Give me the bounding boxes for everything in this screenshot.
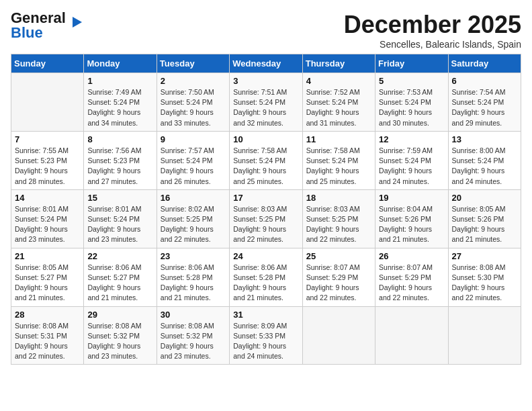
day-info: Sunrise: 7:56 AMSunset: 5:23 PMDaylight:… [87,146,152,187]
day-info: Sunrise: 8:06 AMSunset: 5:27 PMDaylight:… [87,263,152,304]
calendar-cell: 1Sunrise: 7:49 AMSunset: 5:24 PMDaylight… [84,73,157,132]
calendar-cell [448,306,521,365]
day-number: 31 [233,310,298,320]
day-info: Sunrise: 8:07 AMSunset: 5:29 PMDaylight:… [306,263,371,304]
calendar-cell: 19Sunrise: 8:04 AMSunset: 5:26 PMDayligh… [375,189,448,248]
day-info: Sunrise: 8:04 AMSunset: 5:26 PMDaylight:… [379,204,444,245]
calendar-header-row: SundayMondayTuesdayWednesdayThursdayFrid… [11,54,521,73]
day-number: 6 [452,76,517,86]
day-info: Sunrise: 7:55 AMSunset: 5:23 PMDaylight:… [15,146,80,187]
day-number: 30 [161,310,226,320]
calendar-cell: 5Sunrise: 7:53 AMSunset: 5:24 PMDaylight… [375,73,448,132]
calendar-cell: 20Sunrise: 8:05 AMSunset: 5:26 PMDayligh… [448,189,521,248]
day-info: Sunrise: 8:08 AMSunset: 5:31 PMDaylight:… [15,321,80,362]
calendar-body: 1Sunrise: 7:49 AMSunset: 5:24 PMDaylight… [11,73,521,365]
calendar-cell: 30Sunrise: 8:08 AMSunset: 5:32 PMDayligh… [157,306,229,365]
day-info: Sunrise: 8:09 AMSunset: 5:33 PMDaylight:… [233,321,298,362]
day-number: 12 [379,134,444,144]
calendar-cell: 12Sunrise: 7:59 AMSunset: 5:24 PMDayligh… [375,131,448,189]
day-number: 22 [87,251,152,261]
day-info: Sunrise: 8:03 AMSunset: 5:25 PMDaylight:… [233,204,298,245]
day-info: Sunrise: 7:59 AMSunset: 5:24 PMDaylight:… [379,146,444,187]
day-info: Sunrise: 8:08 AMSunset: 5:32 PMDaylight:… [87,321,152,362]
subtitle: Sencelles, Balearic Islands, Spain [344,39,521,50]
calendar-cell: 28Sunrise: 8:08 AMSunset: 5:31 PMDayligh… [11,306,84,365]
day-info: Sunrise: 7:50 AMSunset: 5:24 PMDaylight:… [161,87,226,128]
svg-marker-0 [73,17,82,28]
day-info: Sunrise: 7:53 AMSunset: 5:24 PMDaylight:… [379,87,444,128]
header-saturday: Saturday [448,54,521,73]
day-info: Sunrise: 8:07 AMSunset: 5:29 PMDaylight:… [379,263,444,304]
calendar-week-2: 14Sunrise: 8:01 AMSunset: 5:24 PMDayligh… [11,189,521,248]
day-info: Sunrise: 7:57 AMSunset: 5:24 PMDaylight:… [161,146,226,187]
day-number: 13 [452,134,517,144]
calendar-cell [375,306,448,365]
calendar-cell: 16Sunrise: 8:02 AMSunset: 5:25 PMDayligh… [157,189,229,248]
day-number: 17 [233,193,298,203]
calendar-cell: 7Sunrise: 7:55 AMSunset: 5:23 PMDaylight… [11,131,84,189]
day-number: 25 [306,251,371,261]
day-info: Sunrise: 7:49 AMSunset: 5:24 PMDaylight:… [87,87,152,128]
day-info: Sunrise: 8:03 AMSunset: 5:25 PMDaylight:… [306,204,371,245]
calendar-cell: 14Sunrise: 8:01 AMSunset: 5:24 PMDayligh… [11,189,84,248]
day-info: Sunrise: 8:05 AMSunset: 5:27 PMDaylight:… [15,263,80,304]
calendar-cell: 2Sunrise: 7:50 AMSunset: 5:24 PMDaylight… [157,73,229,132]
calendar-cell: 26Sunrise: 8:07 AMSunset: 5:29 PMDayligh… [375,248,448,306]
day-info: Sunrise: 8:08 AMSunset: 5:30 PMDaylight:… [452,263,517,304]
header: General Blue December 2025 Sencelles, Ba… [11,11,521,50]
day-number: 21 [15,251,80,261]
day-info: Sunrise: 7:51 AMSunset: 5:24 PMDaylight:… [233,87,298,128]
day-number: 3 [233,76,298,86]
calendar-cell: 11Sunrise: 7:58 AMSunset: 5:24 PMDayligh… [302,131,375,189]
calendar-cell: 10Sunrise: 7:58 AMSunset: 5:24 PMDayligh… [230,131,302,189]
calendar-cell: 8Sunrise: 7:56 AMSunset: 5:23 PMDaylight… [84,131,157,189]
day-info: Sunrise: 8:06 AMSunset: 5:28 PMDaylight:… [233,263,298,304]
day-number: 14 [15,193,80,203]
day-info: Sunrise: 8:02 AMSunset: 5:25 PMDaylight:… [161,204,226,245]
calendar-cell: 27Sunrise: 8:08 AMSunset: 5:30 PMDayligh… [448,248,521,306]
day-info: Sunrise: 7:52 AMSunset: 5:24 PMDaylight:… [306,87,371,128]
day-info: Sunrise: 7:54 AMSunset: 5:24 PMDaylight:… [452,87,517,128]
day-number: 27 [452,251,517,261]
day-number: 29 [87,310,152,320]
day-info: Sunrise: 8:05 AMSunset: 5:26 PMDaylight:… [452,204,517,245]
calendar-cell: 4Sunrise: 7:52 AMSunset: 5:24 PMDaylight… [302,73,375,132]
calendar-cell: 18Sunrise: 8:03 AMSunset: 5:25 PMDayligh… [302,189,375,248]
header-thursday: Thursday [302,54,375,73]
day-info: Sunrise: 7:58 AMSunset: 5:24 PMDaylight:… [233,146,298,187]
day-number: 2 [161,76,226,86]
calendar-cell: 21Sunrise: 8:05 AMSunset: 5:27 PMDayligh… [11,248,84,306]
day-number: 28 [15,310,80,320]
header-friday: Friday [375,54,448,73]
calendar-week-0: 1Sunrise: 7:49 AMSunset: 5:24 PMDaylight… [11,73,521,132]
day-info: Sunrise: 8:08 AMSunset: 5:32 PMDaylight:… [161,321,226,362]
logo: General Blue [11,11,86,40]
header-wednesday: Wednesday [230,54,302,73]
day-number: 16 [161,193,226,203]
day-number: 9 [161,134,226,144]
day-number: 19 [379,193,444,203]
calendar-cell: 22Sunrise: 8:06 AMSunset: 5:27 PMDayligh… [84,248,157,306]
logo-text: General Blue [11,11,66,40]
day-info: Sunrise: 8:01 AMSunset: 5:24 PMDaylight:… [87,204,152,245]
title-area: December 2025 Sencelles, Balearic Island… [344,11,521,50]
day-info: Sunrise: 7:58 AMSunset: 5:24 PMDaylight:… [306,146,371,187]
header-tuesday: Tuesday [157,54,229,73]
header-sunday: Sunday [11,54,84,73]
calendar-cell: 23Sunrise: 8:06 AMSunset: 5:28 PMDayligh… [157,248,229,306]
day-number: 15 [87,193,152,203]
main-title: December 2025 [344,11,521,39]
day-number: 23 [161,251,226,261]
day-info: Sunrise: 8:06 AMSunset: 5:28 PMDaylight:… [161,263,226,304]
calendar-cell [302,306,375,365]
day-number: 10 [233,134,298,144]
calendar-cell [11,73,84,132]
day-number: 5 [379,76,444,86]
day-number: 11 [306,134,371,144]
calendar-cell: 24Sunrise: 8:06 AMSunset: 5:28 PMDayligh… [230,248,302,306]
calendar-week-1: 7Sunrise: 7:55 AMSunset: 5:23 PMDaylight… [11,131,521,189]
day-number: 4 [306,76,371,86]
calendar-week-4: 28Sunrise: 8:08 AMSunset: 5:31 PMDayligh… [11,306,521,365]
calendar-cell: 15Sunrise: 8:01 AMSunset: 5:24 PMDayligh… [84,189,157,248]
day-info: Sunrise: 8:00 AMSunset: 5:24 PMDaylight:… [452,146,517,187]
